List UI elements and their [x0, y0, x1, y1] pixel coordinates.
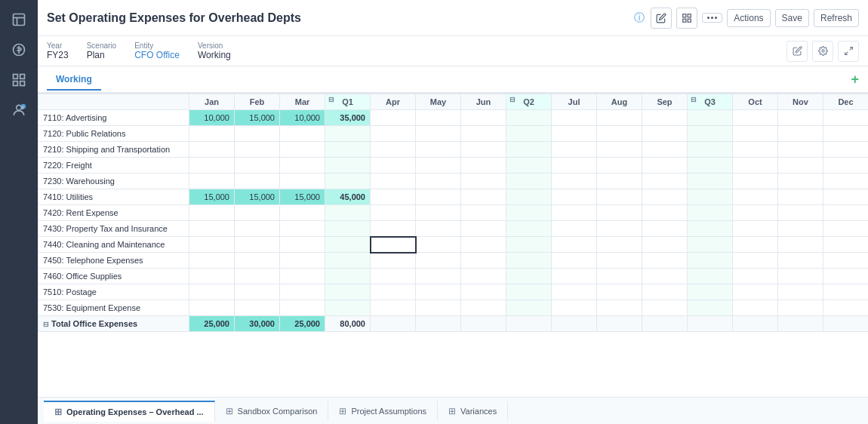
cell-feb[interactable]	[235, 237, 280, 253]
tab-add-button[interactable]: +	[851, 72, 859, 88]
cell-jan[interactable]	[189, 205, 235, 221]
cell-apr[interactable]	[371, 300, 416, 316]
cell-jun[interactable]	[461, 189, 506, 205]
cell-feb[interactable]	[235, 269, 280, 284]
refresh-button[interactable]: Refresh	[814, 9, 859, 27]
total-cell-dec[interactable]	[823, 316, 869, 332]
cell-may[interactable]	[416, 269, 461, 284]
info-icon[interactable]: ⓘ	[634, 11, 645, 25]
cell-mar[interactable]: 15,000	[280, 189, 325, 205]
sidebar-icon-dollar[interactable]	[5, 36, 32, 63]
cell-apr[interactable]	[371, 269, 416, 284]
cell-jun[interactable]	[461, 126, 506, 142]
bottom-tab-variances[interactable]: ⊞ Variances	[438, 401, 508, 421]
total-cell-may[interactable]	[416, 316, 461, 332]
cell-jun[interactable]	[461, 269, 506, 284]
cell-apr[interactable]	[371, 253, 416, 269]
cell-oct[interactable]	[733, 174, 778, 189]
cell-jun[interactable]	[461, 158, 506, 174]
cell-oct[interactable]	[733, 253, 778, 269]
cell-q3[interactable]	[688, 174, 733, 189]
cell-sep[interactable]	[642, 221, 688, 237]
cell-nov[interactable]	[778, 142, 823, 158]
cell-q3[interactable]	[688, 221, 733, 237]
cell-q1[interactable]	[325, 221, 371, 237]
total-cell-jan[interactable]: 25,000	[189, 316, 235, 332]
cell-may[interactable]	[416, 142, 461, 158]
cell-oct[interactable]	[733, 269, 778, 284]
cell-q3[interactable]	[688, 237, 733, 253]
cell-aug[interactable]	[597, 174, 642, 189]
cell-oct[interactable]	[733, 300, 778, 316]
cell-jan[interactable]	[189, 253, 235, 269]
cell-q1[interactable]	[325, 126, 371, 142]
cell-aug[interactable]	[597, 142, 642, 158]
cell-jan[interactable]: 15,000	[189, 189, 235, 205]
cell-jul[interactable]	[552, 237, 597, 253]
cell-oct[interactable]	[733, 284, 778, 300]
cell-oct[interactable]	[733, 205, 778, 221]
cell-q2[interactable]	[506, 284, 552, 300]
cell-oct[interactable]	[733, 158, 778, 174]
cell-sep[interactable]	[642, 284, 688, 300]
cell-dec[interactable]	[823, 110, 869, 126]
cell-mar[interactable]	[280, 221, 325, 237]
cell-q3[interactable]	[688, 300, 733, 316]
cell-nov[interactable]	[778, 126, 823, 142]
total-cell-aug[interactable]	[597, 316, 642, 332]
cell-dec[interactable]	[823, 221, 869, 237]
cell-mar[interactable]	[280, 269, 325, 284]
cell-jan[interactable]	[189, 300, 235, 316]
cell-nov[interactable]	[778, 253, 823, 269]
cell-jul[interactable]	[552, 126, 597, 142]
cell-dec[interactable]	[823, 205, 869, 221]
total-cell-feb[interactable]: 30,000	[235, 316, 280, 332]
cell-sep[interactable]	[642, 174, 688, 189]
sidebar-icon-user[interactable]: $	[5, 97, 32, 124]
cell-nov[interactable]	[778, 205, 823, 221]
cell-oct[interactable]	[733, 221, 778, 237]
cell-mar[interactable]: 10,000	[280, 110, 325, 126]
cell-q1[interactable]	[325, 205, 371, 221]
cell-oct[interactable]	[733, 237, 778, 253]
cell-dec[interactable]	[823, 284, 869, 300]
cell-jul[interactable]	[552, 158, 597, 174]
cell-q1[interactable]: 35,000	[325, 110, 371, 126]
cell-q3[interactable]	[688, 142, 733, 158]
cell-mar[interactable]	[280, 158, 325, 174]
cell-q1[interactable]	[325, 300, 371, 316]
cell-may[interactable]	[416, 189, 461, 205]
cell-may[interactable]	[416, 158, 461, 174]
bottom-tab-project[interactable]: ⊞ Project Assumptions	[328, 401, 438, 421]
cell-may[interactable]	[416, 205, 461, 221]
actions-button[interactable]: Actions	[727, 9, 770, 27]
cell-apr[interactable]	[371, 110, 416, 126]
cell-sep[interactable]	[642, 205, 688, 221]
cell-sep[interactable]	[642, 110, 688, 126]
cell-nov[interactable]	[778, 300, 823, 316]
cell-jul[interactable]	[552, 300, 597, 316]
expand-meta-button[interactable]	[838, 41, 859, 62]
cell-q1[interactable]: 45,000	[325, 189, 371, 205]
total-cell-nov[interactable]	[778, 316, 823, 332]
cell-apr[interactable]	[371, 126, 416, 142]
cell-q2[interactable]	[506, 300, 552, 316]
cell-jul[interactable]	[552, 174, 597, 189]
cell-q3[interactable]	[688, 205, 733, 221]
cell-jul[interactable]	[552, 189, 597, 205]
cell-apr[interactable]	[371, 158, 416, 174]
cell-q2[interactable]	[506, 253, 552, 269]
cell-jun[interactable]	[461, 142, 506, 158]
total-cell-q2[interactable]	[506, 316, 552, 332]
cell-may[interactable]	[416, 110, 461, 126]
cell-q2[interactable]	[506, 142, 552, 158]
cell-dec[interactable]	[823, 237, 869, 253]
total-cell-sep[interactable]	[642, 316, 688, 332]
cell-feb[interactable]	[235, 253, 280, 269]
edit-button[interactable]	[651, 8, 672, 29]
cell-feb[interactable]	[235, 126, 280, 142]
cell-sep[interactable]	[642, 269, 688, 284]
cell-dec[interactable]	[823, 126, 869, 142]
cell-dec[interactable]	[823, 189, 869, 205]
cell-oct[interactable]	[733, 189, 778, 205]
